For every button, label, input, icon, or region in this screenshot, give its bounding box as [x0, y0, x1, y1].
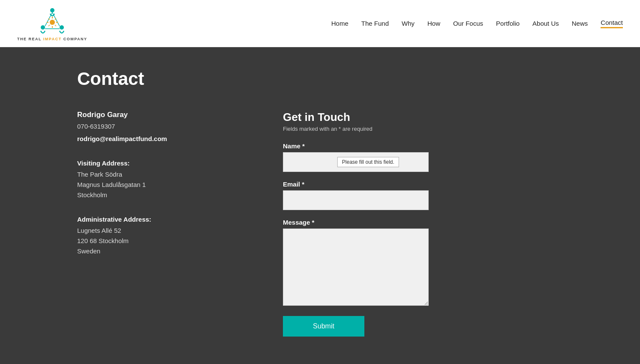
nav-contact[interactable]: Contact	[601, 19, 623, 28]
site-header: THE REAL IMPACT COMPANY Home The Fund Wh…	[0, 0, 640, 47]
message-field-group: Message *	[283, 219, 563, 307]
main-content: Contact Rodrigo Garay 070-6319307 rodrig…	[0, 47, 640, 364]
visiting-address-section: Visiting Address: The Park Södra Magnus …	[77, 159, 240, 200]
nav-the-fund[interactable]: The Fund	[361, 20, 389, 27]
page-title: Contact	[77, 69, 563, 89]
message-textarea[interactable]	[283, 229, 429, 306]
logo-text: THE REAL IMPACT COMPANY	[17, 37, 87, 41]
logo-icon	[37, 6, 67, 36]
svg-point-6	[50, 20, 55, 25]
svg-line-14	[55, 25, 56, 26]
admin-address-line2: 120 68 Stockholm	[77, 236, 240, 246]
admin-address-line1: Lugnets Allé 52	[77, 226, 240, 236]
nav-why[interactable]: Why	[402, 20, 415, 27]
svg-line-13	[48, 25, 50, 26]
form-subtitle: Fields marked with an * are required	[283, 126, 563, 132]
contact-phone: 070-6319307	[77, 123, 240, 130]
svg-point-2	[60, 25, 64, 30]
nav-about-us[interactable]: About Us	[532, 20, 559, 27]
contact-form-section: Get in Touch Fields marked with an * are…	[283, 111, 563, 337]
main-nav: Home The Fund Why How Our Focus Portfoli…	[331, 19, 623, 28]
email-input[interactable]	[283, 190, 429, 210]
email-field-group: Email *	[283, 180, 563, 210]
contact-grid: Rodrigo Garay 070-6319307 rodrigo@realim…	[77, 111, 563, 337]
admin-address-line3: Sweden	[77, 246, 240, 256]
contact-info-section: Rodrigo Garay 070-6319307 rodrigo@realim…	[77, 111, 240, 337]
name-input-wrapper: Please fill out this field.	[283, 152, 429, 172]
email-label: Email *	[283, 180, 563, 188]
name-input[interactable]	[283, 152, 429, 172]
visiting-address-line1: The Park Södra	[77, 169, 240, 180]
admin-address-label: Administrative Address:	[77, 216, 240, 223]
nav-our-focus[interactable]: Our Focus	[453, 20, 483, 27]
contact-person-name: Rodrigo Garay	[77, 111, 240, 119]
form-title: Get in Touch	[283, 111, 563, 124]
svg-point-0	[50, 8, 54, 12]
svg-point-1	[41, 25, 45, 30]
submit-button[interactable]: Submit	[283, 316, 364, 337]
nav-news[interactable]: News	[572, 20, 588, 27]
nav-how[interactable]: How	[427, 20, 440, 27]
name-label: Name *	[283, 142, 563, 150]
nav-home[interactable]: Home	[331, 20, 349, 27]
admin-address-section: Administrative Address: Lugnets Allé 52 …	[77, 216, 240, 256]
visiting-address-label: Visiting Address:	[77, 159, 240, 167]
name-field-group: Name * Please fill out this field.	[283, 142, 563, 172]
visiting-address-line3: Stockholm	[77, 190, 240, 200]
logo[interactable]: THE REAL IMPACT COMPANY	[17, 6, 87, 41]
message-label: Message *	[283, 219, 563, 226]
visiting-address-line2: Magnus Ladulåsgatan 1	[77, 180, 240, 190]
nav-portfolio[interactable]: Portfolio	[496, 20, 520, 27]
contact-email: rodrigo@realimpactfund.com	[77, 135, 240, 142]
